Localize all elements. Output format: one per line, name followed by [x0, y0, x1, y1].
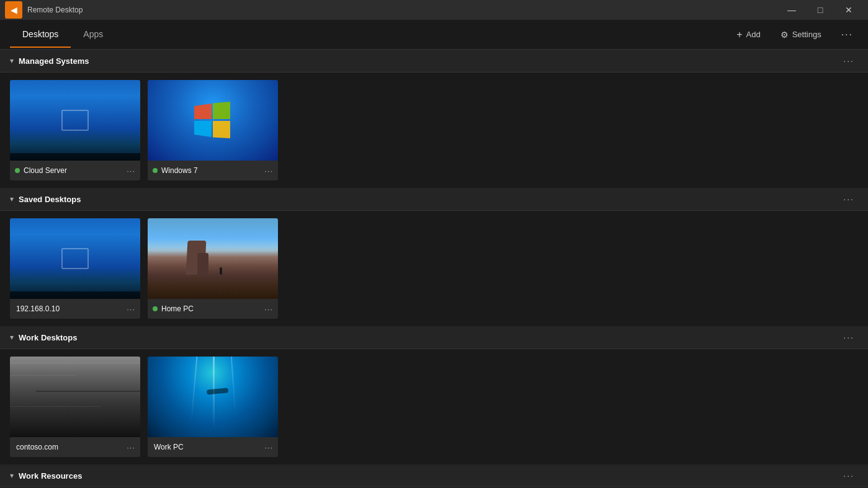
- section-saved-desktops: ▾ Saved Desktops ··· 192.168.0.10 ···: [0, 188, 868, 326]
- section-header-work-desktops[interactable]: ▾ Work Desktops ···: [0, 326, 868, 349]
- minimize-button[interactable]: —: [777, 0, 806, 20]
- card-windows7[interactable]: Windows 7 ···: [148, 80, 278, 180]
- card-footer-cloud-server: Cloud Server ···: [10, 161, 140, 180]
- section-header-work-resources[interactable]: ▾ Work Resources ···: [0, 464, 868, 487]
- nav-tabs: Desktops Apps: [10, 22, 732, 47]
- section-more-saved[interactable]: ···: [839, 193, 858, 205]
- nav-more-button[interactable]: ···: [836, 27, 858, 43]
- chevron-down-icon-work: ▾: [10, 333, 14, 342]
- nav-bar: Desktops Apps + Add ⚙ Settings ···: [0, 20, 868, 50]
- section-header-saved-desktops[interactable]: ▾ Saved Desktops ···: [0, 188, 868, 211]
- chevron-down-icon: ▾: [10, 56, 14, 65]
- card-cloud-server[interactable]: Cloud Server ···: [10, 80, 140, 180]
- card-footer-windows7: Windows 7 ···: [148, 161, 278, 180]
- thumbnail-cloud-server: [10, 80, 140, 161]
- card-more-windows7[interactable]: ···: [264, 166, 273, 175]
- status-dot-windows7: [153, 168, 158, 173]
- section-more-managed[interactable]: ···: [839, 55, 858, 67]
- settings-button[interactable]: ⚙ Settings: [776, 26, 826, 43]
- maximize-button[interactable]: □: [806, 0, 834, 20]
- section-more-resources[interactable]: ···: [839, 469, 858, 482]
- chevron-down-icon-saved: ▾: [10, 195, 14, 203]
- section-content-managed: Cloud Server ···: [0, 73, 868, 188]
- card-more-contoso[interactable]: ···: [127, 443, 135, 452]
- thumbnail-windows7: [148, 80, 278, 161]
- thumbnail-ip-desktop: [10, 218, 140, 299]
- section-more-work[interactable]: ···: [839, 331, 858, 344]
- card-ip-desktop[interactable]: 192.168.0.10 ···: [10, 218, 140, 319]
- card-work-pc[interactable]: Work PC ···: [148, 357, 278, 457]
- close-button[interactable]: ✕: [834, 0, 863, 20]
- add-button[interactable]: + Add: [732, 25, 765, 44]
- card-more-ip[interactable]: ···: [127, 304, 135, 314]
- app-title: Remote Desktop: [27, 6, 772, 14]
- section-work-desktops: ▾ Work Desktops ··· contoso.com: [0, 326, 868, 464]
- title-bar: ◀ Remote Desktop — □ ✕: [0, 0, 868, 20]
- section-content-work: contoso.com ··· Work PC: [0, 349, 868, 464]
- section-content-saved: 192.168.0.10 ···: [0, 211, 868, 326]
- card-footer-contoso: contoso.com ···: [10, 437, 140, 457]
- card-more-home-pc[interactable]: ···: [264, 304, 273, 314]
- card-more-work-pc[interactable]: ···: [264, 443, 273, 452]
- main-content: ▾ Managed Systems ··· Cloud Server ···: [0, 50, 868, 488]
- card-footer-work-pc: Work PC ···: [148, 437, 278, 457]
- card-home-pc[interactable]: Home PC ···: [148, 218, 278, 319]
- thumbnail-home-pc: [148, 218, 278, 299]
- plus-icon: +: [736, 29, 742, 40]
- card-more-cloud-server[interactable]: ···: [127, 166, 135, 175]
- nav-actions: + Add ⚙ Settings ···: [732, 25, 858, 44]
- back-button[interactable]: ◀: [5, 1, 22, 19]
- section-work-resources: ▾ Work Resources ···: [0, 464, 868, 488]
- tab-apps[interactable]: Apps: [71, 22, 115, 48]
- section-managed-systems: ▾ Managed Systems ··· Cloud Server ···: [0, 50, 868, 188]
- tab-desktops[interactable]: Desktops: [10, 22, 71, 48]
- gear-icon: ⚙: [781, 30, 789, 40]
- card-footer-home-pc: Home PC ···: [148, 299, 278, 319]
- card-contoso[interactable]: contoso.com ···: [10, 357, 140, 457]
- section-header-managed-systems[interactable]: ▾ Managed Systems ···: [0, 50, 868, 73]
- status-dot-home-pc: [153, 306, 158, 311]
- chevron-down-icon-resources: ▾: [10, 471, 14, 480]
- card-footer-ip: 192.168.0.10 ···: [10, 299, 140, 319]
- window-controls: — □ ✕: [777, 0, 863, 20]
- win7-logo: [194, 102, 231, 139]
- thumbnail-contoso: [10, 357, 140, 437]
- thumbnail-work-pc: [148, 357, 278, 437]
- status-dot-cloud-server: [15, 168, 20, 173]
